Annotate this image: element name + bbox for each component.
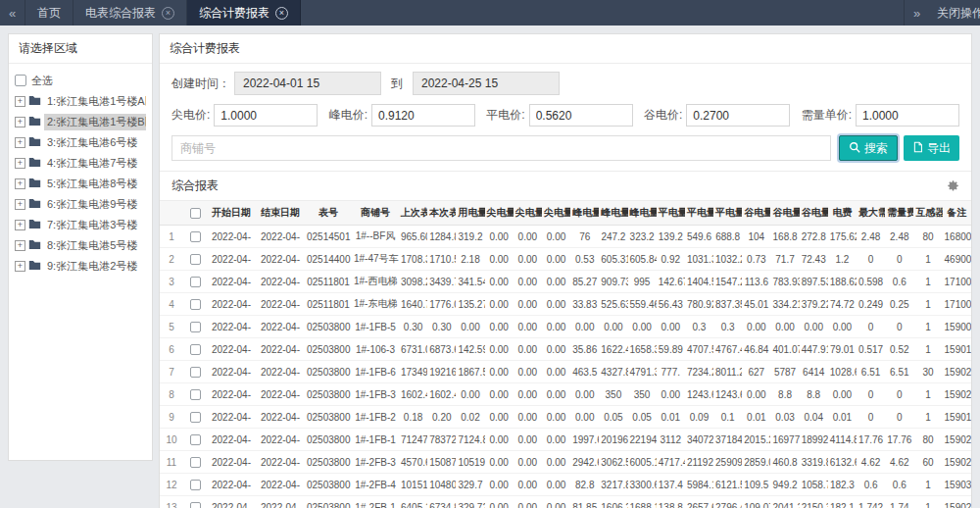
expand-icon[interactable] [15,261,25,272]
row-checkbox[interactable] [190,254,201,265]
row-checkbox[interactable] [190,502,201,508]
cell-start-date: 2022-04- [207,496,256,508]
price-label: 尖电价: [172,107,210,124]
select-all-row[interactable]: 全选 [15,70,146,91]
row-checkbox[interactable] [190,412,201,423]
cell-flat-usage: 137.4 [657,474,685,496]
export-button[interactable]: 导出 [904,135,959,161]
cell-ct-ratio: 1 [913,338,942,361]
row-checkbox[interactable] [190,367,201,378]
tree-item[interactable]: 3:张江集电港6号楼 [15,132,146,153]
row-checkbox[interactable] [190,434,201,445]
close-tab-icon[interactable] [275,7,288,20]
cell-prev-reading: 0.30 [399,316,427,338]
cell-flat-start: 1243.6 [685,383,713,406]
tree-item[interactable]: 4:张江集电港7号楼 [15,153,146,174]
row-checkbox[interactable] [190,299,201,310]
row-checkbox[interactable] [190,322,201,332]
folder-icon [28,260,41,273]
expand-icon[interactable] [15,240,25,251]
row-number: 4 [160,293,183,316]
tab[interactable]: 综合计费报表 [187,0,301,25]
date-from-input[interactable] [234,72,381,95]
select-all-checkbox[interactable] [15,75,26,86]
cell-shop-no: 1#-1FB-1 [352,429,399,451]
tree: 1:张江集电港1号楼A区 2:张江集电港1号楼B区 3:张江集电港6号楼 [15,91,146,277]
cell-ct-ratio: 1 [913,383,942,406]
cell-peak-end: 605.84 [628,248,657,271]
column-header: 表号 [305,201,352,226]
tree-item[interactable]: 1:张江集电港1号楼A区 [15,91,146,112]
cell-curr-reading: 15087. [427,451,456,474]
cell-valley-end: 18992. [800,429,828,451]
column-header: 电费 [828,201,857,226]
cell-remark: 1590031 [943,316,971,338]
scroll-tabs-left-icon[interactable]: « [0,0,25,25]
row-checkbox[interactable] [190,277,201,287]
row-checkbox[interactable] [190,457,201,468]
cell-valley-usage: 0.73 [742,248,770,271]
header-checkbox-cell [183,201,207,226]
tab[interactable]: 电表综合报表 [74,0,187,25]
gear-icon[interactable] [947,179,959,192]
tree-item[interactable]: 9:张江集电港2号楼 [15,256,146,277]
price-input[interactable] [686,104,790,127]
cell-valley-usage: 627 [742,361,770,383]
cell-valley-usage: 46.84 [742,338,770,361]
expand-icon[interactable] [15,178,25,189]
tree-item[interactable]: 6:张江集电港9号楼 [15,194,146,215]
price-input[interactable] [856,104,959,127]
cell-flat-start: 2657.6 [685,496,713,508]
row-checkbox[interactable] [190,389,201,400]
close-tab-icon[interactable] [162,7,174,20]
cell-peak-usage: 0.00 [570,406,599,429]
cell-ct-ratio: 1 [913,474,942,496]
price-input[interactable] [529,104,633,127]
row-checkbox[interactable] [190,344,201,355]
expand-icon[interactable] [15,220,25,230]
expand-icon[interactable] [15,117,25,127]
cell-flat-end: 837.35 [713,293,742,316]
expand-icon[interactable] [15,96,25,107]
price-input[interactable] [214,104,318,127]
cell-shop-no: 1#-2FB-3 [352,451,399,474]
price-input[interactable] [371,104,475,127]
expand-icon[interactable] [15,158,25,169]
folder-icon [28,219,41,231]
tree-item[interactable]: 8:张江集电港5号楼 [15,235,146,256]
tree-item[interactable]: 7:张江集电港3号楼 [15,215,146,235]
row-checkbox[interactable] [190,480,201,490]
cell-max-demand: 0 [857,383,885,406]
cell-remark: 1590243 [943,451,971,474]
select-all-rows-checkbox[interactable] [190,208,201,219]
scroll-tabs-right-icon[interactable]: » [904,0,929,25]
shop-number-input[interactable] [172,135,831,161]
cell-prev-reading: 71247. [399,429,427,451]
cell-curr-reading: 78372. [427,429,456,451]
search-button[interactable]: 搜索 [839,135,898,161]
date-to-input[interactable] [413,72,560,95]
cell-demand-fee: 1.74 [885,496,913,508]
cell-valley-usage: 2015.2 [742,429,770,451]
row-number: 12 [160,474,183,496]
cell-shop-no: 1#-106-3 [352,338,399,361]
cell-usage: 0.02 [456,406,484,429]
row-checkbox[interactable] [190,231,201,242]
cell-peak-end: 22194. [628,429,657,451]
cell-peak-usage: 0.53 [570,248,599,271]
folder-icon [28,136,41,149]
cell-peak-start: 3062.5 [599,451,627,474]
cell-peak-usage: 0.00 [570,316,599,338]
cell-demand-fee: 0 [885,406,913,429]
tab[interactable]: 首页 [25,0,74,25]
cell-prev-reading: 1640.7 [399,293,427,316]
folder-icon [28,239,41,252]
tree-item[interactable]: 2:张江集电港1号楼B区 [15,112,146,132]
close-operations-menu[interactable]: 关闭操作 [929,0,980,25]
cell-remark: 1590285 [943,361,971,383]
cell-max-demand: 0.6 [857,474,885,496]
expand-icon[interactable] [15,137,25,148]
expand-icon[interactable] [15,199,25,210]
cell-valley-usage: 45.01 [742,293,770,316]
tree-item[interactable]: 5:张江集电港8号楼 [15,174,146,194]
